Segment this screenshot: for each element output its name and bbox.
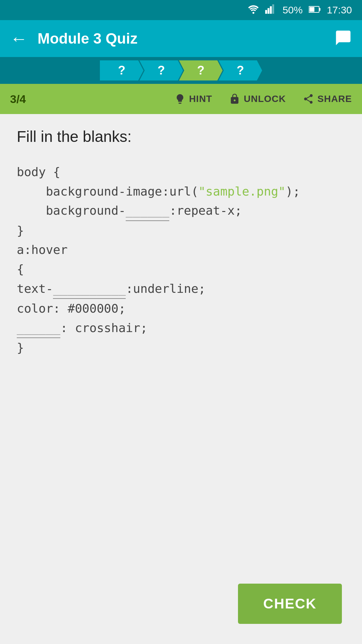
code-block: body { background-image:url("sample.png"…	[17, 162, 345, 358]
unlock-button[interactable]: UNLOCK	[229, 93, 286, 105]
wifi-icon	[248, 4, 259, 16]
share-label: SHARE	[317, 94, 352, 104]
svg-rect-4	[272, 4, 274, 14]
battery-percent: 50%	[283, 4, 303, 16]
share-button[interactable]: SHARE	[303, 93, 352, 105]
app-title: Module 3 Quiz	[38, 30, 324, 47]
svg-rect-2	[267, 8, 269, 14]
svg-rect-7	[309, 7, 314, 12]
hint-label: HINT	[189, 94, 212, 104]
back-button[interactable]: ←	[10, 30, 27, 47]
blank-2: __________	[53, 279, 126, 299]
check-button[interactable]: CHECK	[238, 584, 342, 624]
code-line-1: body {	[17, 162, 345, 182]
question-counter: 3/4	[10, 93, 44, 106]
battery-icon	[309, 5, 321, 15]
progress-step-2[interactable]: ?	[139, 60, 183, 80]
progress-step-3[interactable]: ?	[179, 60, 223, 80]
code-line-10: }	[17, 338, 345, 358]
app-bar: ← Module 3 Quiz	[0, 20, 362, 57]
toolbar-actions: HINT UNLOCK SHARE	[44, 93, 352, 105]
question-title: Fill in the blanks:	[17, 127, 345, 146]
code-line-5: a:hover	[17, 240, 345, 260]
status-bar: 50% 17:30	[0, 0, 362, 20]
progress-step-4[interactable]: ?	[219, 60, 262, 80]
progress-bar: ? ? ? ?	[0, 57, 362, 84]
signal-icon	[265, 4, 277, 16]
unlock-label: UNLOCK	[244, 94, 286, 104]
chat-button[interactable]	[335, 29, 352, 48]
svg-rect-3	[270, 6, 272, 13]
blank-1: ______	[126, 201, 169, 221]
code-line-3: background-______:repeat-x;	[17, 201, 345, 221]
svg-rect-6	[319, 8, 320, 11]
code-line-9: ______: crosshair;	[17, 318, 345, 338]
svg-point-0	[252, 12, 254, 14]
content-area: Fill in the blanks: body { background-im…	[0, 114, 362, 644]
toolbar: 3/4 HINT UNLOCK SHARE	[0, 84, 362, 114]
status-time: 17:30	[327, 4, 352, 16]
code-line-2: background-image:url("sample.png");	[17, 182, 345, 201]
progress-step-1[interactable]: ?	[100, 60, 143, 80]
svg-rect-1	[265, 10, 267, 13]
blank-3: ______	[17, 318, 60, 338]
code-line-6: {	[17, 260, 345, 279]
hint-button[interactable]: HINT	[174, 93, 212, 105]
code-line-7: text-__________:underline;	[17, 279, 345, 299]
string-literal: "sample.png"	[198, 184, 286, 198]
code-line-8: color: #000000;	[17, 299, 345, 318]
code-line-4: }	[17, 221, 345, 240]
